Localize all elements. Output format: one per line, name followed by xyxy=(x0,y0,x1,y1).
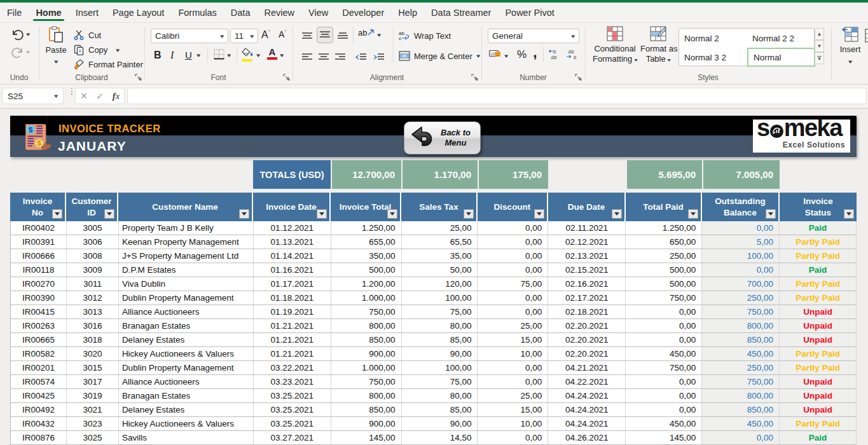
filter-button[interactable] xyxy=(844,209,854,219)
cell[interactable]: 450,00 xyxy=(626,417,702,431)
cell[interactable]: 900,00 xyxy=(331,417,402,431)
underline-button[interactable]: U xyxy=(185,50,192,60)
total-outstanding-balance[interactable]: 7.005,00 xyxy=(703,160,780,189)
cell[interactable]: 90,00 xyxy=(402,417,478,431)
insert-function-button[interactable]: fx xyxy=(113,91,120,102)
accounting-format-button[interactable]: cc xyxy=(489,50,502,62)
gallery-scroll-up-button[interactable]: ▲ xyxy=(815,28,824,40)
formula-bar-splitter[interactable]: ⋮ xyxy=(67,89,71,93)
cell[interactable]: IR00415 xyxy=(11,305,67,319)
cell[interactable]: 850,00 xyxy=(702,403,780,417)
cell[interactable]: 850,00 xyxy=(702,333,780,347)
cell[interactable]: 5,00 xyxy=(702,235,780,249)
format-painter-button[interactable]: Format Painter xyxy=(74,59,143,70)
column-header-customer-name[interactable]: Customer Name xyxy=(118,193,253,221)
cell[interactable]: 02.20.2021 xyxy=(548,319,626,333)
cell[interactable]: 03.25.2021 xyxy=(254,403,331,417)
borders-dropdown-chevron[interactable]: ▾ xyxy=(227,52,231,58)
cell[interactable]: 0,00 xyxy=(702,221,780,235)
cell[interactable]: 3017 xyxy=(67,375,119,389)
tab-file[interactable]: File xyxy=(0,3,29,22)
cell[interactable]: 145,00 xyxy=(331,431,402,445)
align-right-button[interactable] xyxy=(335,52,345,64)
filter-button[interactable] xyxy=(104,209,114,219)
cell[interactable]: Paid xyxy=(780,221,857,235)
cell[interactable]: Paid xyxy=(780,263,857,277)
font-dialog-launcher[interactable] xyxy=(283,74,291,81)
cell[interactable]: 1.200,00 xyxy=(331,277,402,291)
cell[interactable]: Property Team J B Kelly xyxy=(119,221,254,235)
cell[interactable]: Partly Paid xyxy=(780,417,857,431)
cell[interactable]: Unpaid xyxy=(780,333,857,347)
cell[interactable]: 90,00 xyxy=(402,347,478,361)
grow-font-button[interactable]: Aˆ xyxy=(261,29,270,41)
cell[interactable]: 100,00 xyxy=(702,249,780,263)
tab-power-pivot[interactable]: Power Pivot xyxy=(498,3,561,22)
cell[interactable]: 01.18.2021 xyxy=(254,291,331,305)
column-header-sales-tax[interactable]: Sales Tax xyxy=(401,193,478,221)
copy-button[interactable]: Copy ▾ xyxy=(74,44,120,55)
cell[interactable]: 01.12.2021 xyxy=(254,221,331,235)
formula-input[interactable] xyxy=(127,88,867,104)
column-header-invoice-status[interactable]: InvoiceStatus xyxy=(780,193,857,221)
cell[interactable]: 450,00 xyxy=(702,417,780,431)
italic-button[interactable]: I xyxy=(170,50,174,61)
cell[interactable]: Hickey Auctioneers & Valuers xyxy=(119,347,254,361)
filter-button[interactable] xyxy=(317,209,327,219)
back-to-menu-button[interactable]: Back toMenu xyxy=(404,121,481,154)
font-size-combo[interactable]: 11▾ xyxy=(230,29,258,43)
cell[interactable]: IR00666 xyxy=(11,249,67,263)
cell[interactable]: Alliance Auctioneers xyxy=(119,375,254,389)
cell[interactable]: 120,00 xyxy=(402,277,478,291)
cell[interactable]: 02.11.2021 xyxy=(548,221,626,235)
number-dialog-launcher[interactable] xyxy=(575,74,582,81)
cell[interactable]: Partly Paid xyxy=(780,277,857,291)
cell[interactable]: 04.24.2021 xyxy=(548,403,626,417)
orientation-dropdown-chevron[interactable]: ▾ xyxy=(377,32,381,38)
cell[interactable]: 700,00 xyxy=(702,277,780,291)
style-option-normal-3-2[interactable]: Normal 3 2 xyxy=(679,48,747,67)
column-header-outstanding-balance[interactable]: OutstandingBalance xyxy=(702,193,780,221)
cell[interactable]: 500,00 xyxy=(626,263,702,277)
orientation-button[interactable]: ab xyxy=(358,28,375,38)
cell[interactable]: 350,00 xyxy=(331,249,402,263)
cell[interactable]: 02.16.2021 xyxy=(548,277,626,291)
filter-button[interactable] xyxy=(534,209,544,219)
accounting-dropdown-chevron[interactable]: ▾ xyxy=(504,53,508,59)
cell[interactable]: 80,00 xyxy=(402,319,478,333)
cell[interactable]: D.P.M Estates xyxy=(119,263,254,277)
cell[interactable]: Partly Paid xyxy=(780,291,857,305)
cell[interactable]: 1.000,00 xyxy=(331,361,402,375)
align-middle-button[interactable] xyxy=(317,27,333,43)
cell[interactable]: 3019 xyxy=(67,389,119,403)
cell[interactable]: 900,00 xyxy=(331,347,402,361)
cell[interactable]: 50,00 xyxy=(402,263,478,277)
cell[interactable]: 0,00 xyxy=(626,319,702,333)
cell[interactable]: 100,00 xyxy=(402,291,478,305)
gallery-more-button[interactable]: ▼ xyxy=(815,52,824,64)
tab-view[interactable]: View xyxy=(301,3,335,22)
cell[interactable]: 650,00 xyxy=(626,235,702,249)
cell[interactable]: 3005 xyxy=(67,221,119,235)
cell[interactable]: 3015 xyxy=(67,361,119,375)
cell[interactable]: 800,00 xyxy=(702,389,780,403)
cell[interactable]: 10,00 xyxy=(478,417,548,431)
cell[interactable]: 04.22.2021 xyxy=(548,375,626,389)
cell[interactable]: 800,00 xyxy=(331,389,402,403)
cell[interactable]: 03.23.2021 xyxy=(254,375,331,389)
cell[interactable]: IR00263 xyxy=(11,319,67,333)
column-header-due-date[interactable]: Due Date xyxy=(548,193,626,221)
insert-cells-button[interactable]: Insert ▾ xyxy=(836,27,865,66)
total-sales-tax[interactable]: 1.170,00 xyxy=(403,160,478,189)
cell[interactable]: 3018 xyxy=(67,333,119,347)
cell[interactable]: 02.20.2021 xyxy=(548,333,626,347)
cell[interactable]: 02.20.2021 xyxy=(548,347,626,361)
cell[interactable]: Delaney Estates xyxy=(119,333,254,347)
cancel-button[interactable]: ✕ xyxy=(80,91,88,101)
percent-style-button[interactable]: % xyxy=(517,48,527,61)
cell[interactable]: 01.21.2021 xyxy=(254,333,331,347)
total-discount[interactable]: 175,00 xyxy=(479,160,548,189)
cell[interactable]: 0,00 xyxy=(478,291,548,305)
merge-center-button[interactable]: Merge & Center ▾ xyxy=(399,51,479,61)
cell[interactable]: IR00270 xyxy=(11,277,67,291)
